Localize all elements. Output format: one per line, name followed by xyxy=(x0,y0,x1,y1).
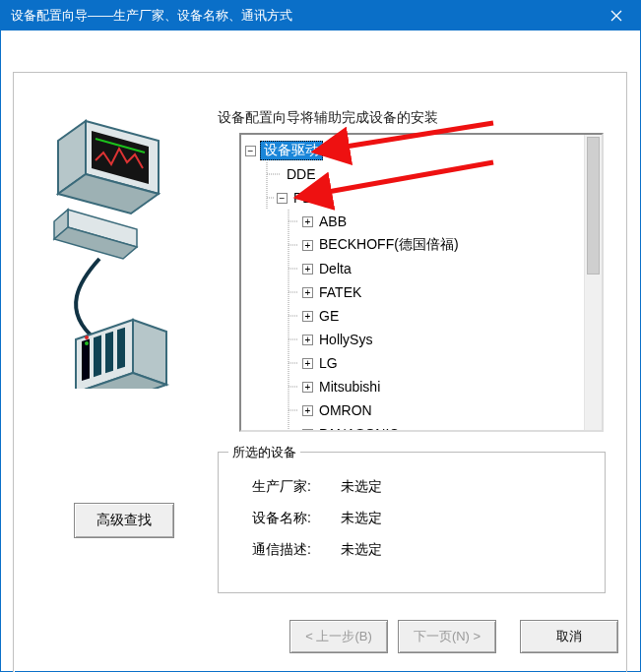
tree-label: Mitsubishi xyxy=(317,379,380,395)
tree-node-plc-child[interactable]: +ABB xyxy=(241,210,602,233)
tree-node-plc-child[interactable]: +FATEK xyxy=(241,280,602,304)
expand-toggle[interactable]: + xyxy=(302,358,313,369)
tree-label: GE xyxy=(317,308,339,324)
svg-rect-16 xyxy=(117,328,125,370)
field-label: 生产厂家: xyxy=(252,478,341,496)
svg-rect-13 xyxy=(82,338,90,381)
tree-node-plc[interactable]: − PLC xyxy=(241,186,602,210)
expand-toggle[interactable]: + xyxy=(302,382,313,393)
tree-node-root[interactable]: − 设备驱动 xyxy=(241,139,602,162)
field-value: 未选定 xyxy=(341,541,382,559)
expand-toggle[interactable]: + xyxy=(302,287,313,298)
instruction-text: 设备配置向导将辅助完成设备的安装 xyxy=(218,109,438,127)
close-button[interactable] xyxy=(593,1,640,31)
expand-toggle[interactable]: + xyxy=(302,264,313,275)
prev-button: < 上一步(B) xyxy=(289,620,388,653)
tree-label: PANASONIC xyxy=(317,426,399,432)
button-label: < 上一步(B) xyxy=(305,628,372,645)
tree-label: ABB xyxy=(317,214,347,229)
tree-line-icon xyxy=(285,233,302,257)
tree-label: OMRON xyxy=(317,402,372,418)
tree-node-plc-child[interactable]: +BECKHOFF(德国倍福) xyxy=(241,233,602,257)
titlebar: 设备配置向导——生产厂家、设备名称、通讯方式 xyxy=(1,1,640,31)
expand-toggle[interactable]: + xyxy=(302,429,313,433)
tree-line-icon xyxy=(263,186,277,210)
expand-toggle[interactable]: + xyxy=(302,405,313,416)
wizard-window: 设备配置向导——生产厂家、设备名称、通讯方式 xyxy=(0,0,641,672)
client-area: 设备配置向导将辅助完成设备的安装 − 设备驱动 DDE xyxy=(1,31,640,671)
tree-scrollbar[interactable] xyxy=(584,135,602,430)
tree-line-icon xyxy=(285,422,302,432)
group-legend: 所选的设备 xyxy=(228,444,300,461)
tree-node-plc-child[interactable]: +Delta xyxy=(241,257,602,280)
expand-toggle[interactable]: + xyxy=(302,335,313,345)
field-manufacturer: 生产厂家: 未选定 xyxy=(252,478,605,496)
field-label: 设备名称: xyxy=(252,510,341,527)
svg-point-17 xyxy=(85,336,89,339)
field-value: 未选定 xyxy=(341,478,382,496)
svg-rect-15 xyxy=(105,332,113,374)
tree-label: BECKHOFF(德国倍福) xyxy=(317,236,459,254)
tree-label: LG xyxy=(317,355,338,371)
tree-label: FATEK xyxy=(317,284,361,300)
expand-toggle[interactable]: + xyxy=(302,311,313,322)
field-devicename: 设备名称: 未选定 xyxy=(252,510,605,527)
tree-line-icon xyxy=(285,280,302,304)
tree-label-root: 设备驱动 xyxy=(260,141,323,160)
button-label: 取消 xyxy=(556,628,582,645)
tree-line-icon xyxy=(285,328,302,351)
svg-rect-14 xyxy=(94,336,101,378)
wizard-buttons: < 上一步(B) 下一页(N) > 取消 xyxy=(1,620,640,653)
cancel-button[interactable]: 取消 xyxy=(520,620,618,653)
advanced-search-button[interactable]: 高级查找 xyxy=(74,503,174,538)
next-button: 下一页(N) > xyxy=(398,620,496,653)
window-title: 设备配置向导——生产厂家、设备名称、通讯方式 xyxy=(11,7,292,25)
tree-line-icon xyxy=(285,257,302,280)
tree-label: PLC xyxy=(291,190,320,206)
device-tree[interactable]: − 设备驱动 DDE − PLC +ABB+BECKHOFF(德国倍福)+Del… xyxy=(239,133,604,432)
tree-line-icon xyxy=(285,351,302,375)
tree-node-plc-child[interactable]: +PANASONIC xyxy=(241,422,602,432)
close-icon xyxy=(610,10,622,22)
tree-line-icon xyxy=(285,375,302,398)
tree-line-icon xyxy=(263,162,285,186)
tree-node-plc-child[interactable]: +GE xyxy=(241,304,602,328)
tree-label: DDE xyxy=(285,166,316,182)
button-label: 下一页(N) > xyxy=(414,628,481,645)
field-value: 未选定 xyxy=(341,510,382,527)
field-label: 通信描述: xyxy=(252,541,341,559)
field-commdesc: 通信描述: 未选定 xyxy=(252,541,605,559)
tree-node-plc-child[interactable]: +Mitsubishi xyxy=(241,375,602,398)
tree-line-icon xyxy=(285,398,302,422)
svg-point-18 xyxy=(85,341,89,345)
tree-line-icon xyxy=(285,210,302,233)
expand-toggle[interactable]: + xyxy=(302,216,313,227)
tree-label: HollySys xyxy=(317,332,372,347)
selected-device-group: 所选的设备 生产厂家: 未选定 设备名称: 未选定 通信描述: 未选定 xyxy=(218,452,606,593)
tree-node-dde[interactable]: DDE xyxy=(241,162,602,186)
expand-toggle[interactable]: + xyxy=(302,240,313,251)
expand-toggle[interactable]: − xyxy=(245,146,256,156)
scroll-thumb[interactable] xyxy=(587,137,600,275)
expand-toggle[interactable]: − xyxy=(277,193,288,204)
button-label: 高级查找 xyxy=(96,512,152,529)
tree-node-plc-child[interactable]: +LG xyxy=(241,351,602,375)
tree-node-plc-child[interactable]: +OMRON xyxy=(241,398,602,422)
tree-node-plc-child[interactable]: +HollySys xyxy=(241,328,602,351)
tree-line-icon xyxy=(285,304,302,328)
wizard-illustration xyxy=(50,113,188,389)
tree-label: Delta xyxy=(317,261,352,276)
